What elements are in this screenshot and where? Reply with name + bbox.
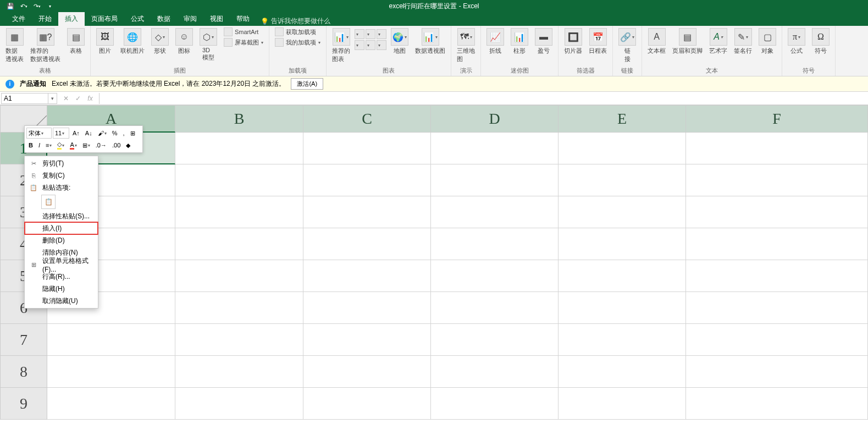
column-header-d[interactable]: D <box>431 105 559 133</box>
name-box-dropdown[interactable]: ▾ <box>48 93 57 104</box>
mini-merge-button[interactable]: ⊞ <box>128 128 137 139</box>
symbol-button[interactable]: Ω符号 <box>810 27 832 63</box>
mini-decrease-decimal-button[interactable]: .00 <box>110 140 123 151</box>
mini-borders-button[interactable]: ⊞▾ <box>80 140 92 151</box>
cell-f4[interactable] <box>686 228 868 260</box>
tab-review[interactable]: 审阅 <box>177 12 203 26</box>
mini-size-select[interactable]: 11▾ <box>53 128 69 139</box>
mini-format-button[interactable]: ◆ <box>124 140 132 151</box>
3d-map-button[interactable]: 🗺三维地 图 <box>455 27 477 64</box>
cell-d5[interactable] <box>431 260 559 292</box>
tab-insert[interactable]: 插入 <box>58 12 85 26</box>
cell-e4[interactable] <box>559 228 686 260</box>
cell-a9[interactable] <box>47 388 175 420</box>
tab-view[interactable]: 视图 <box>203 12 230 26</box>
maps-button[interactable]: 🌍地图 <box>389 27 411 63</box>
menu-unhide[interactable]: 取消隐藏(U) <box>25 295 98 307</box>
cell-b6[interactable] <box>175 292 303 324</box>
cell-b5[interactable] <box>175 260 303 292</box>
cell-d7[interactable] <box>431 324 559 356</box>
sparkline-line-button[interactable]: 📈折线 <box>484 27 506 63</box>
cell-f1[interactable] <box>686 133 868 164</box>
cell-f5[interactable] <box>686 260 868 292</box>
save-icon[interactable]: 💾 <box>4 1 16 12</box>
cell-c3[interactable] <box>303 196 431 228</box>
formula-input[interactable] <box>99 93 868 104</box>
cell-f3[interactable] <box>686 196 868 228</box>
tab-formulas[interactable]: 公式 <box>124 12 151 26</box>
mini-italic-button[interactable]: I <box>36 140 42 151</box>
column-chart-button[interactable] <box>355 29 364 39</box>
cell-c5[interactable] <box>303 260 431 292</box>
cell-c1[interactable] <box>303 133 431 164</box>
cell-c8[interactable] <box>303 356 431 388</box>
online-pictures-button[interactable]: 🌐联机图片 <box>118 27 147 63</box>
cell-e7[interactable] <box>559 324 686 356</box>
confirm-formula-button[interactable]: ✓ <box>73 93 84 104</box>
cell-d6[interactable] <box>431 292 559 324</box>
cell-b7[interactable] <box>175 324 303 356</box>
pictures-button[interactable]: 🖼图片 <box>94 27 116 63</box>
scatter-chart-button[interactable] <box>377 40 386 50</box>
tab-pagelayout[interactable]: 页面布局 <box>85 12 124 26</box>
menu-row-height[interactable]: 行高(R)... <box>25 271 98 283</box>
bar-chart-button[interactable] <box>355 40 364 50</box>
column-header-b[interactable]: B <box>175 105 303 133</box>
cell-b2[interactable] <box>175 164 303 196</box>
menu-paste-special[interactable]: 选择性粘贴(S)... <box>25 210 98 222</box>
cell-f9[interactable] <box>686 388 868 420</box>
column-header-e[interactable]: E <box>559 105 686 133</box>
column-header-c[interactable]: C <box>303 105 431 133</box>
menu-format-cells[interactable]: ⊞设置单元格格式(F)... <box>25 258 98 271</box>
sparkline-winloss-button[interactable]: ▬盈亏 <box>533 27 555 63</box>
tell-me-search[interactable]: 💡 告诉我你想要做什么 <box>256 16 330 26</box>
cell-f8[interactable] <box>686 356 868 388</box>
tab-data[interactable]: 数据 <box>151 12 177 26</box>
cell-d9[interactable] <box>431 388 559 420</box>
paste-default-button[interactable]: 📋 <box>41 195 56 209</box>
table-button[interactable]: ▤表格 <box>65 27 87 63</box>
cell-e9[interactable] <box>559 388 686 420</box>
mini-bold-button[interactable]: B <box>26 140 35 151</box>
smartart-button[interactable]: SmartArt <box>222 27 266 37</box>
icons-button[interactable]: ☺图标 <box>173 27 195 63</box>
menu-copy[interactable]: ⎘复制(C) <box>25 169 98 182</box>
my-addins-button[interactable]: 我的加载项▾ <box>273 37 323 47</box>
cell-d1[interactable] <box>431 133 559 164</box>
cell-e8[interactable] <box>559 356 686 388</box>
cell-b9[interactable] <box>175 388 303 420</box>
equation-button[interactable]: π公式 <box>786 27 808 63</box>
mini-percent-button[interactable]: % <box>110 128 120 139</box>
pie-chart-button[interactable] <box>377 29 386 39</box>
mini-font-color-button[interactable]: A▾ <box>68 140 79 151</box>
cell-e3[interactable] <box>559 196 686 228</box>
tab-home[interactable]: 开始 <box>32 12 58 26</box>
cell-a8[interactable] <box>47 356 175 388</box>
cell-c6[interactable] <box>303 292 431 324</box>
pivot-table-button[interactable]: ▦数据 透视表 <box>3 27 26 64</box>
mini-decrease-font-button[interactable]: A↓ <box>83 128 95 139</box>
mini-format-painter-button[interactable]: 🖌▾ <box>96 128 109 139</box>
mini-increase-decimal-button[interactable]: .0→ <box>93 140 109 151</box>
cell-b4[interactable] <box>175 228 303 260</box>
cell-d8[interactable] <box>431 356 559 388</box>
row-header-7[interactable]: 7 <box>0 324 47 356</box>
line-chart-button[interactable] <box>366 29 375 39</box>
screenshot-button[interactable]: 屏幕截图▾ <box>222 37 266 47</box>
signature-line-button[interactable]: ✎签名行 <box>732 27 754 63</box>
recommended-pivot-button[interactable]: ▦?推荐的 数据透视表 <box>28 27 63 64</box>
cell-e2[interactable] <box>559 164 686 196</box>
sparkline-column-button[interactable]: 📊柱形 <box>508 27 530 63</box>
cell-d2[interactable] <box>431 164 559 196</box>
cancel-formula-button[interactable]: ✕ <box>60 93 71 104</box>
cell-b3[interactable] <box>175 196 303 228</box>
mini-align-button[interactable]: ≡▾ <box>43 140 54 151</box>
mini-fill-color-button[interactable]: ◇▾ <box>55 140 67 151</box>
cell-c4[interactable] <box>303 228 431 260</box>
mini-increase-font-button[interactable]: A↑ <box>70 128 82 139</box>
row-header-8[interactable]: 8 <box>0 356 47 388</box>
cell-f2[interactable] <box>686 164 868 196</box>
area-chart-button[interactable] <box>366 40 375 50</box>
cell-d3[interactable] <box>431 196 559 228</box>
wordart-button[interactable]: A艺术字 <box>707 27 729 63</box>
